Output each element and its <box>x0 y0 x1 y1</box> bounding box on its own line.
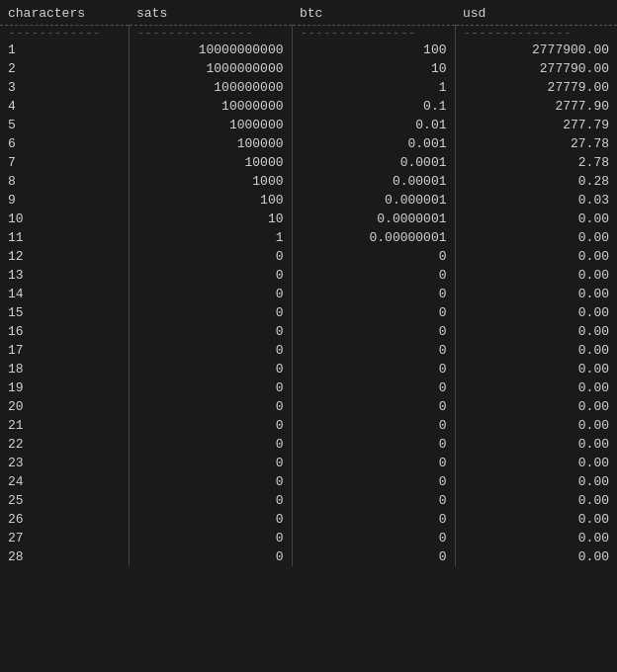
cell-btc: 0 <box>292 378 455 397</box>
cell-characters: 9 <box>0 191 129 210</box>
cell-sats: 0 <box>129 303 292 322</box>
cell-sats: 0 <box>129 285 292 303</box>
cell-usd: 0.00 <box>455 397 617 416</box>
cell-usd: 27779.00 <box>455 78 617 97</box>
table-row: 26000.00 <box>0 510 617 529</box>
cell-characters: 17 <box>0 341 129 360</box>
table-row: 20000.00 <box>0 397 617 416</box>
cell-sats: 10 <box>129 210 292 228</box>
cell-characters: 26 <box>0 510 129 529</box>
table-row: 15000.00 <box>0 303 617 322</box>
cell-btc: 0 <box>292 472 455 491</box>
cell-usd: 0.00 <box>455 547 617 566</box>
cell-characters: 22 <box>0 435 129 454</box>
cell-characters: 24 <box>0 472 129 491</box>
cell-btc: 0 <box>292 529 455 547</box>
table-row: 19000.00 <box>0 378 617 397</box>
header-btc: btc <box>292 0 455 26</box>
cell-sats: 0 <box>129 247 292 266</box>
cell-btc: 0 <box>292 547 455 566</box>
cell-characters: 23 <box>0 454 129 472</box>
cell-sats: 0 <box>129 472 292 491</box>
cell-usd: 277.79 <box>455 116 617 134</box>
cell-btc: 0 <box>292 454 455 472</box>
cell-characters: 25 <box>0 491 129 510</box>
cell-sats: 0 <box>129 510 292 529</box>
cell-btc: 0.00000001 <box>292 228 455 247</box>
cell-btc: 0.001 <box>292 134 455 153</box>
cell-sats: 100 <box>129 191 292 210</box>
table-row: 1110.000000010.00 <box>0 228 617 247</box>
cell-sats: 0 <box>129 322 292 341</box>
cell-sats: 0 <box>129 491 292 510</box>
table-row: 13000.00 <box>0 266 617 285</box>
table-row: 810000.000010.28 <box>0 172 617 191</box>
cell-characters: 14 <box>0 285 129 303</box>
header-characters: characters <box>0 0 129 26</box>
cell-usd: 0.00 <box>455 416 617 435</box>
cell-sats: 1 <box>129 228 292 247</box>
cell-usd: 0.00 <box>455 210 617 228</box>
table-row: 28000.00 <box>0 547 617 566</box>
cell-btc: 0.01 <box>292 116 455 134</box>
cell-characters: 1 <box>0 41 129 59</box>
cell-sats: 10000000 <box>129 97 292 116</box>
table-row: 17000.00 <box>0 341 617 360</box>
cell-usd: 0.00 <box>455 247 617 266</box>
cell-btc: 0.000001 <box>292 191 455 210</box>
cell-usd: 27.78 <box>455 134 617 153</box>
header-usd: usd <box>455 0 617 26</box>
cell-btc: 0 <box>292 491 455 510</box>
header-sats: sats <box>129 0 292 26</box>
cell-btc: 0 <box>292 360 455 378</box>
cell-sats: 0 <box>129 341 292 360</box>
data-table: characters sats btc usd ------------ ---… <box>0 0 617 566</box>
cell-characters: 12 <box>0 247 129 266</box>
table-row: 18000.00 <box>0 360 617 378</box>
cell-usd: 0.00 <box>455 322 617 341</box>
cell-usd: 0.00 <box>455 266 617 285</box>
cell-btc: 100 <box>292 41 455 59</box>
table-row: 25000.00 <box>0 491 617 510</box>
cell-sats: 1000 <box>129 172 292 191</box>
cell-sats: 100000 <box>129 134 292 153</box>
cell-btc: 0 <box>292 303 455 322</box>
cell-sats: 100000000 <box>129 78 292 97</box>
cell-usd: 0.28 <box>455 172 617 191</box>
cell-btc: 0 <box>292 510 455 529</box>
cell-characters: 16 <box>0 322 129 341</box>
cell-usd: 0.00 <box>455 491 617 510</box>
cell-btc: 0.00001 <box>292 172 455 191</box>
cell-characters: 6 <box>0 134 129 153</box>
cell-usd: 0.00 <box>455 454 617 472</box>
cell-btc: 0.1 <box>292 97 455 116</box>
cell-characters: 10 <box>0 210 129 228</box>
cell-sats: 0 <box>129 435 292 454</box>
cell-usd: 0.03 <box>455 191 617 210</box>
cell-characters: 5 <box>0 116 129 134</box>
table-row: 22000.00 <box>0 435 617 454</box>
table-row: 14000.00 <box>0 285 617 303</box>
cell-btc: 0.0000001 <box>292 210 455 228</box>
cell-characters: 7 <box>0 153 129 172</box>
cell-btc: 0 <box>292 341 455 360</box>
table-row: 23000.00 <box>0 454 617 472</box>
cell-characters: 20 <box>0 397 129 416</box>
cell-usd: 0.00 <box>455 360 617 378</box>
header-divider: ------------ --------------- -----------… <box>0 26 617 42</box>
cell-btc: 0 <box>292 397 455 416</box>
cell-sats: 0 <box>129 529 292 547</box>
cell-usd: 0.00 <box>455 435 617 454</box>
table-header: characters sats btc usd <box>0 0 617 26</box>
cell-characters: 27 <box>0 529 129 547</box>
cell-sats: 1000000000 <box>129 59 292 78</box>
cell-sats: 0 <box>129 266 292 285</box>
cell-sats: 0 <box>129 547 292 566</box>
cell-btc: 0 <box>292 322 455 341</box>
cell-characters: 4 <box>0 97 129 116</box>
cell-btc: 0.0001 <box>292 153 455 172</box>
table-row: 510000000.01277.79 <box>0 116 617 134</box>
table-row: 91000.0000010.03 <box>0 191 617 210</box>
table-row: 16000.00 <box>0 322 617 341</box>
cell-usd: 0.00 <box>455 228 617 247</box>
